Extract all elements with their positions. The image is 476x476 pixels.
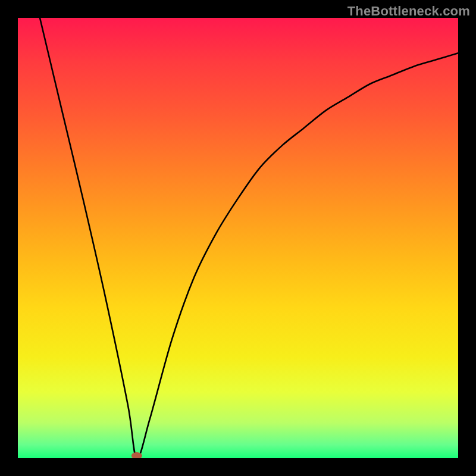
bottleneck-curve	[40, 18, 458, 458]
plot-area	[18, 18, 458, 458]
chart-stage: TheBottleneck.com	[0, 0, 476, 476]
watermark-text: TheBottleneck.com	[347, 4, 470, 19]
curve-svg	[18, 18, 458, 458]
